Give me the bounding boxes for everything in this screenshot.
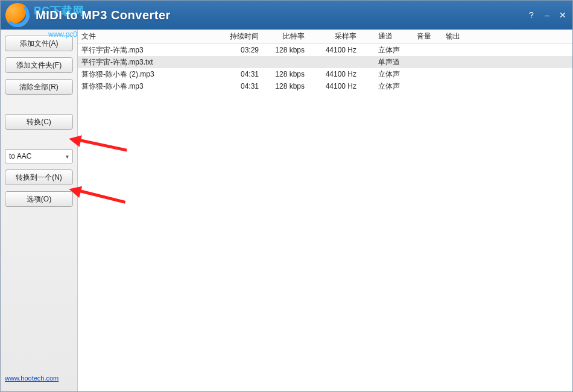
- table-row[interactable]: 算你狠-陈小春 (2).mp304:31128 kbps44100 Hz立体声: [78, 68, 572, 80]
- cell-bitrate: 128 kbps: [262, 46, 308, 54]
- format-select[interactable]: to AAC ▾: [5, 149, 73, 163]
- minimize-button[interactable]: –: [542, 10, 552, 20]
- format-select-value: to AAC: [9, 152, 31, 160]
- cell-file: 算你狠-陈小春 (2).mp3: [78, 69, 217, 80]
- window-title: MIDI to MP3 Converter: [36, 8, 171, 22]
- cell-channel: 单声道: [360, 57, 406, 68]
- table-row[interactable]: 平行宇宙-许嵩.mp303:29128 kbps44100 Hz立体声: [78, 44, 572, 56]
- col-volume[interactable]: 音量: [406, 31, 442, 42]
- cell-bitrate: 128 kbps: [262, 82, 308, 90]
- sidebar: 添加文件(A) 添加文件夹(F) 清除全部(R) 转换(C) to AAC ▾ …: [1, 30, 78, 391]
- body-area: 添加文件(A) 添加文件夹(F) 清除全部(R) 转换(C) to AAC ▾ …: [1, 30, 572, 391]
- col-output[interactable]: 输出: [442, 31, 572, 42]
- add-folder-button[interactable]: 添加文件夹(F): [5, 57, 73, 73]
- close-button[interactable]: ✕: [558, 10, 568, 20]
- clear-all-button[interactable]: 清除全部(R): [5, 79, 73, 95]
- table-row[interactable]: 平行宇宙-许嵩.mp3.txt单声道: [78, 56, 572, 68]
- table-body: 平行宇宙-许嵩.mp303:29128 kbps44100 Hz立体声平行宇宙-…: [78, 44, 572, 92]
- col-duration[interactable]: 持续时间: [217, 31, 262, 42]
- help-button[interactable]: ?: [527, 10, 536, 20]
- titlebar[interactable]: MIDI to MP3 Converter ? – ✕: [1, 1, 572, 30]
- cell-file: 平行宇宙-许嵩.mp3: [78, 45, 217, 55]
- cell-file: 平行宇宙-许嵩.mp3.txt: [78, 57, 217, 68]
- convert-to-one-button[interactable]: 转换到一个(N): [5, 169, 73, 185]
- table-header: 文件 持续时间 比特率 采样率 通道 音量 输出: [78, 30, 572, 44]
- chevron-down-icon: ▾: [66, 153, 69, 160]
- add-file-button[interactable]: 添加文件(A): [5, 36, 73, 51]
- app-logo-icon: [5, 3, 30, 27]
- cell-channel: 立体声: [360, 45, 406, 55]
- vendor-link[interactable]: www.hootech.com: [5, 375, 73, 385]
- cell-channel: 立体声: [360, 81, 406, 92]
- cell-file: 算你狠-陈小春.mp3: [78, 81, 217, 92]
- window-controls: ? – ✕: [527, 10, 568, 20]
- cell-channel: 立体声: [360, 69, 406, 80]
- cell-duration: 04:31: [217, 82, 262, 90]
- col-bitrate[interactable]: 比特率: [262, 31, 308, 42]
- cell-bitrate: 128 kbps: [262, 70, 308, 78]
- cell-duration: 03:29: [217, 46, 262, 54]
- main-panel: 文件 持续时间 比特率 采样率 通道 音量 输出 平行宇宙-许嵩.mp303:2…: [78, 30, 572, 391]
- col-channel[interactable]: 通道: [360, 31, 406, 42]
- cell-duration: 04:31: [217, 70, 262, 78]
- app-window: MIDI to MP3 Converter ? – ✕ PC下载网 www.pc…: [0, 0, 573, 392]
- cell-samplerate: 44100 Hz: [308, 46, 360, 54]
- convert-button[interactable]: 转换(C): [5, 114, 73, 130]
- cell-samplerate: 44100 Hz: [308, 82, 360, 90]
- cell-samplerate: 44100 Hz: [308, 70, 360, 78]
- col-samplerate[interactable]: 采样率: [308, 31, 360, 42]
- col-file[interactable]: 文件: [78, 31, 217, 42]
- options-button[interactable]: 选项(O): [5, 191, 73, 207]
- table-row[interactable]: 算你狠-陈小春.mp304:31128 kbps44100 Hz立体声: [78, 80, 572, 92]
